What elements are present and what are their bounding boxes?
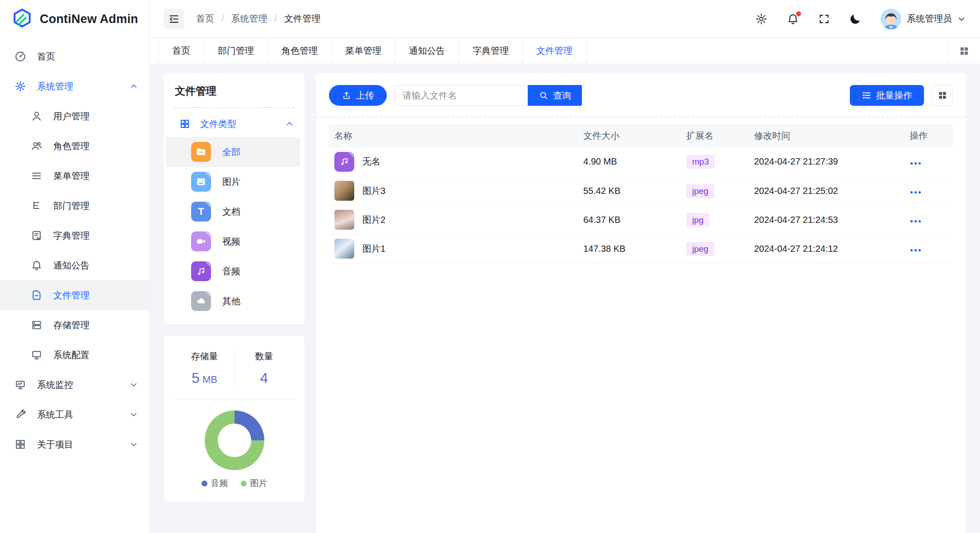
sidebar-item-storage-management[interactable]: 存储管理	[0, 310, 150, 340]
app-title: ContiNew Admin	[40, 12, 138, 26]
file-type-group-header[interactable]: 文件类型	[175, 111, 294, 137]
user-icon	[30, 109, 43, 123]
breadcrumb-system[interactable]: 系统管理	[231, 13, 267, 25]
toolbar: 上传 查询 批量操作	[329, 85, 953, 106]
file-type-audio[interactable]: 音频	[166, 256, 300, 286]
sidebar-item-label: 系统工具	[37, 409, 120, 421]
sidebar-item-role-management[interactable]: 角色管理	[0, 131, 150, 161]
monitor-chart-icon	[14, 378, 27, 391]
user-menu[interactable]: 系统管理员	[881, 9, 966, 29]
count-stat: 数量 4	[234, 350, 294, 387]
more-actions-button[interactable]	[910, 217, 922, 225]
sidebar-item-label: 系统监控	[37, 379, 120, 391]
panel-title: 文件管理	[175, 84, 294, 98]
tab-menu[interactable]: 菜单管理	[332, 38, 395, 64]
breadcrumb: 首页 / 系统管理 / 文件管理	[196, 13, 320, 25]
sidebar-item-system-management[interactable]: 系统管理	[0, 71, 150, 101]
chevron-down-icon	[957, 15, 966, 23]
dark-mode-button[interactable]	[849, 13, 862, 25]
divider	[316, 117, 966, 118]
sidebar-collapse-button[interactable]	[164, 9, 184, 29]
chevron-up-icon[interactable]	[286, 120, 294, 128]
breadcrumb-separator: /	[221, 14, 224, 24]
tab-notice[interactable]: 通知公告	[395, 38, 459, 64]
search-input[interactable]	[394, 85, 528, 106]
upload-icon	[342, 90, 352, 100]
more-actions-button[interactable]	[910, 189, 922, 196]
column-header-name: 名称	[329, 124, 578, 147]
table-row[interactable]: 图片3 55.42 KB jpeg 2024-04-27 21:25:02	[329, 176, 953, 205]
tab-department[interactable]: 部门管理	[204, 38, 268, 64]
breadcrumb-separator: /	[275, 14, 277, 24]
table-row[interactable]: 图片1 147.38 KB jpeg 2024-04-27 21:24:12	[329, 234, 953, 263]
grid-view-button[interactable]	[932, 85, 953, 106]
modified-time: 2024-04-27 21:25:02	[749, 176, 904, 205]
menu-fold-icon	[168, 13, 180, 25]
file-type-other[interactable]: 其他	[166, 286, 300, 316]
sidebar-item-about-project[interactable]: 关于项目	[0, 429, 150, 459]
sidebar-item-menu-management[interactable]: 菜单管理	[0, 161, 150, 191]
avatar	[881, 9, 901, 29]
column-header-time: 修改时间	[749, 124, 904, 147]
chevron-down-icon[interactable]	[130, 410, 138, 419]
tab-home[interactable]: 首页	[158, 38, 204, 64]
file-type-image[interactable]: 图片	[166, 167, 300, 197]
chevron-down-icon[interactable]	[130, 440, 138, 448]
sidebar-item-notice[interactable]: 通知公告	[0, 250, 150, 280]
other-file-icon	[191, 291, 211, 311]
upload-button[interactable]: 上传	[329, 85, 387, 106]
letter-t-glyph: T	[198, 206, 204, 217]
table-row[interactable]: 图片2 64.37 KB jpg 2024-04-27 21:24:53	[329, 205, 953, 234]
chevron-up-icon[interactable]	[130, 82, 138, 90]
sidebar-item-home[interactable]: 首页	[0, 42, 150, 71]
file-filter-column: 文件管理 文件类型 全部	[164, 73, 305, 501]
file-type-all[interactable]: 全部	[166, 137, 300, 167]
storage-value: 5MB	[175, 370, 234, 387]
file-type-label: 音频	[222, 265, 240, 278]
more-actions-button[interactable]	[910, 246, 922, 254]
file-type-document[interactable]: T 文档	[166, 197, 300, 226]
count-value: 4	[234, 370, 294, 387]
sidebar-item-file-management[interactable]: 文件管理	[0, 280, 150, 310]
batch-operations-button[interactable]: 批量操作	[850, 85, 924, 106]
sidebar-item-system-tools[interactable]: 系统工具	[0, 400, 150, 429]
tab-role[interactable]: 角色管理	[268, 38, 332, 64]
server-icon	[30, 318, 43, 332]
sidebar-item-label: 通知公告	[53, 259, 138, 272]
fullscreen-button[interactable]	[818, 13, 830, 25]
tab-list-button[interactable]	[948, 38, 980, 64]
file-table: 名称 文件大小 扩展名 修改时间 操作	[329, 124, 953, 264]
query-button[interactable]: 查询	[528, 85, 582, 106]
sidebar: ContiNew Admin 首页 系统管理	[0, 0, 150, 533]
file-type-video[interactable]: 视频	[166, 226, 300, 256]
file-name: 图片1	[362, 243, 385, 255]
settings-button[interactable]	[755, 13, 768, 25]
sidebar-item-system-monitor[interactable]: 系统监控	[0, 370, 150, 400]
modified-time: 2024-04-27 21:24:53	[749, 205, 904, 234]
legend-image[interactable]: 图片	[241, 477, 267, 489]
sidebar-item-dictionary-management[interactable]: 字典管理	[0, 221, 150, 250]
grid-icon	[958, 45, 970, 57]
legend-audio[interactable]: 音频	[202, 477, 228, 489]
sidebar-item-label: 存储管理	[53, 319, 138, 331]
image-thumbnail	[334, 181, 354, 201]
sidebar-item-system-config[interactable]: 系统配置	[0, 340, 150, 370]
notifications-button[interactable]	[787, 13, 799, 25]
sidebar-item-label: 角色管理	[53, 140, 138, 152]
chevron-down-icon[interactable]	[130, 381, 138, 389]
tab-file-management[interactable]: 文件管理	[523, 38, 586, 64]
breadcrumb-home[interactable]: 首页	[196, 13, 214, 25]
table-row[interactable]: 无名 4.90 MB mp3 2024-04-27 21:27:39	[329, 147, 953, 176]
fullscreen-icon	[818, 13, 830, 25]
audio-file-icon	[191, 261, 211, 281]
topbar-actions: 系统管理员	[755, 9, 966, 29]
sidebar-item-label: 系统配置	[53, 349, 138, 361]
sidebar-item-user-management[interactable]: 用户管理	[0, 101, 150, 131]
sidebar-item-department-management[interactable]: 部门管理	[0, 191, 150, 221]
more-actions-button[interactable]	[910, 160, 922, 167]
users-icon	[30, 139, 43, 153]
storage-label: 存储量	[175, 350, 234, 363]
tab-dictionary[interactable]: 字典管理	[459, 38, 523, 64]
file-table-card: 上传 查询 批量操作	[316, 73, 966, 533]
logo-row[interactable]: ContiNew Admin	[0, 0, 150, 38]
